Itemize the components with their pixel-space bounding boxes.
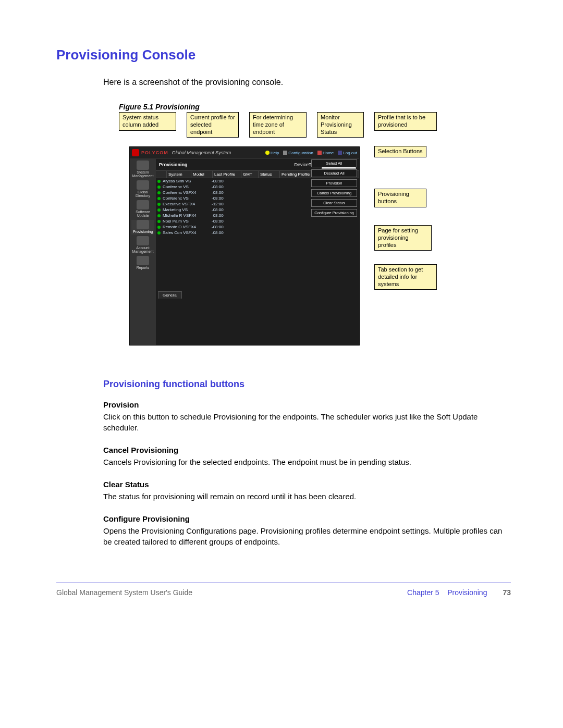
status-dot-icon: [157, 220, 161, 223]
callout-time-zone: For determining time zone of endpoint: [249, 112, 307, 138]
configuration-link[interactable]: Configuration: [283, 151, 313, 155]
cancel-provisioning-button[interactable]: Cancel Provisioning: [311, 189, 357, 197]
home-icon: [317, 151, 322, 155]
col-last-profile: Last Profile: [213, 171, 241, 178]
panel-title: Provisioning: [159, 162, 188, 167]
table-row[interactable]: Noel Palm VS-08:00: [156, 218, 359, 224]
help-link[interactable]: Help: [265, 151, 279, 155]
sidebar-item-account-management[interactable]: Account Management: [131, 236, 154, 254]
footer-guide: Global Management System User's Guide: [56, 588, 192, 597]
page-footer: Global Management System User's Guide Ch…: [56, 583, 511, 597]
polycom-logo: [132, 149, 139, 156]
status-dot-icon: [157, 231, 161, 235]
footer-chapter: Chapter 5: [407, 588, 439, 597]
callout-provisioning-buttons: Provisioning buttons: [374, 189, 426, 207]
callout-profiles-page: Page for setting provisioning profiles: [374, 225, 432, 251]
table-row[interactable]: Sales Con VSFX4-08:00: [156, 230, 359, 236]
page-title: Provisioning Console: [56, 47, 511, 63]
home-link[interactable]: Home: [317, 151, 334, 155]
callout-profile-provisioned: Profile that is to be provisioned: [374, 112, 437, 131]
col-system: System: [167, 171, 191, 178]
status-dot-icon: [157, 208, 161, 212]
status-dot-icon: [157, 214, 161, 217]
tab-general[interactable]: General: [158, 291, 182, 299]
provisioning-icon: [137, 220, 149, 229]
table-row[interactable]: Remote O VSFX4-08:00: [156, 224, 359, 230]
account-icon: [137, 236, 149, 245]
col-gmt: GMT: [241, 171, 259, 178]
logout-link[interactable]: Log out: [338, 151, 357, 155]
provision-button[interactable]: Provision: [311, 179, 357, 187]
gear-icon: [283, 151, 287, 155]
configure-provisioning-button[interactable]: Configure Provisioning: [311, 209, 357, 217]
provisioning-screenshot: POLYCOM Global Management System Help Co…: [129, 146, 360, 346]
figure-area: Figure 5.1 Provisioning System status co…: [119, 103, 505, 363]
callout-tab-section: Tab section to get detailed info for sys…: [374, 264, 437, 290]
status-dot-icon: [157, 191, 161, 194]
directory-icon: [137, 180, 149, 190]
status-dot-icon: [157, 197, 161, 200]
subheading: Provisioning functional buttons: [103, 379, 511, 390]
sidebar-item-reports[interactable]: Reports: [131, 256, 154, 270]
figure-caption: Figure 5.1 Provisioning: [119, 103, 505, 111]
section-cancel-provisioning: Cancel Provisioning Cancels Provisioning…: [103, 445, 511, 467]
section-provision: Provision Click on this button to schedu…: [103, 399, 511, 433]
status-dot-icon: [157, 203, 161, 206]
footer-page-number: 73: [503, 588, 511, 597]
sidebar-item-provisioning[interactable]: Provisioning: [131, 220, 154, 235]
sidebar-item-global-directory[interactable]: Global Directory: [131, 180, 154, 199]
status-dot-icon: [157, 186, 161, 189]
logout-icon: [338, 151, 342, 155]
reports-icon: [137, 256, 149, 265]
select-all-button[interactable]: Select All: [311, 159, 357, 167]
col-status: Status: [259, 171, 280, 178]
brand-name: POLYCOM: [141, 150, 168, 155]
sidebar-item-software-update[interactable]: Software Update: [131, 200, 154, 218]
status-dot-icon: [157, 226, 161, 229]
callout-system-status: System status column added: [119, 112, 176, 131]
status-dot-icon: [157, 180, 161, 183]
callout-selection-buttons: Selection Buttons: [374, 146, 426, 157]
callout-current-profile: Current profile for selected endpoint: [187, 112, 239, 138]
system-icon: [137, 161, 149, 170]
intro-text: Here is a screenshot of the provisioning…: [103, 78, 511, 87]
update-icon: [137, 200, 149, 209]
clear-status-button[interactable]: Clear Status: [311, 199, 357, 207]
sidebar-item-system-management[interactable]: System Management: [131, 161, 154, 179]
col-checkbox: [156, 171, 167, 178]
callout-monitor-status: Monitor Provisioning Status: [317, 112, 364, 138]
section-clear-status: Clear Status The status for provisioning…: [103, 479, 511, 502]
section-configure-provisioning: Configure Provisioning Opens the Provisi…: [103, 513, 511, 547]
col-model: Model: [191, 171, 213, 178]
brand-subtitle: Global Management System: [172, 150, 231, 155]
help-icon: [265, 151, 270, 155]
deselect-all-button[interactable]: Deselect All: [311, 169, 357, 177]
footer-section: Provisioning: [447, 588, 487, 597]
